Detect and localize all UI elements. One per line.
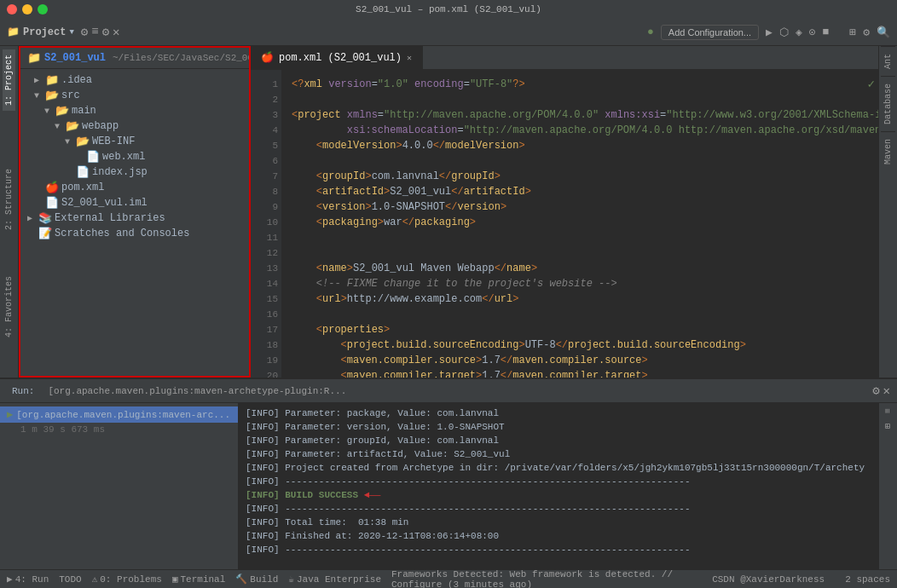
problems-status-item[interactable]: ⚠ 0: Problems [92, 574, 162, 585]
close-bottom-icon[interactable]: ✕ [883, 383, 890, 398]
close-button[interactable] [7, 4, 17, 14]
problems-label: 0: Problems [100, 574, 162, 585]
java-enterprise-label: Java Enterprise [297, 574, 381, 585]
run-status-icon: ▶ [7, 574, 13, 585]
watermark-label: CSDN @XavierDarkness [712, 574, 825, 585]
todo-status-label: TODO [59, 574, 81, 585]
todo-status-item[interactable]: TODO [59, 574, 81, 585]
bottom-v-tab-1[interactable]: ≡ [882, 403, 894, 418]
run-sidebar: ▶ [org.apache.maven.plugins:maven-arc...… [0, 403, 239, 569]
project-icon: 📁 [7, 26, 20, 38]
tree-label-idea: .idea [61, 74, 249, 86]
settings-icon[interactable]: ⚙ [81, 25, 88, 39]
filter-icon[interactable]: ≡ [91, 25, 98, 39]
right-info: 2 spaces [845, 574, 890, 585]
tab-label-pomxml: pom.xml (S2_001_vul) [279, 52, 402, 64]
build-label: Build [250, 574, 278, 585]
run-output[interactable]: [INFO] Parameter: package, Value: com.la… [239, 403, 878, 569]
stop-icon[interactable]: ■ [823, 26, 830, 38]
folder-webinf-icon: 📂 [76, 135, 90, 148]
add-configuration-button[interactable]: Add Configuration... [661, 25, 759, 40]
arrow-down-src-icon: ▼ [34, 91, 43, 101]
build-icon: 🔨 [235, 574, 247, 585]
project-root-label[interactable]: S2_001_vul [44, 52, 106, 64]
run-output-line-1: [INFO] Parameter: package, Value: com.la… [246, 406, 871, 420]
arrow-down-webapp-icon: ▼ [55, 122, 63, 131]
tree-item-scratches[interactable]: 📝 Scratches and Consoles [20, 226, 249, 241]
profile-icon[interactable]: ⊙ [809, 26, 816, 39]
tree-item-main[interactable]: ▼ 📂 main [20, 103, 249, 118]
code-line-10: <packaging>war</packaging> [292, 215, 868, 230]
run-output-line-4: [INFO] Parameter: artifactId, Value: S2_… [246, 447, 871, 461]
tree-item-extlib[interactable]: ▶ 📚 External Libraries [20, 210, 249, 226]
tree-item-indexjsp[interactable]: 📄 index.jsp [20, 164, 249, 180]
code-line-9: <version>1.0-SNAPSHOT</version> [292, 199, 868, 215]
close-icon[interactable]: ✕ [113, 25, 119, 39]
right-info-label: 2 spaces [845, 574, 890, 585]
tree-item-pomxml[interactable]: 🍎 pom.xml [20, 180, 249, 195]
code-line-17: <properties> [292, 322, 868, 337]
file-jsp-icon: 📄 [76, 165, 90, 179]
code-line-3: <project xmlns="http://maven.apache.org/… [292, 107, 868, 123]
tree-item-webxml[interactable]: 📄 web.xml [20, 149, 249, 164]
ant-tab[interactable]: Ant [881, 46, 895, 76]
editor-tab-pomxml[interactable]: 🍎 pom.xml (S2_001_vul) ✕ [251, 46, 423, 69]
gear-icon[interactable]: ⚙ [102, 25, 109, 39]
editor-tabs: 🍎 pom.xml (S2_001_vul) ✕ [251, 46, 878, 70]
run-output-line-10: [INFO] Finished at: 2020-12-11T08:06:14+… [246, 529, 871, 543]
bottom-v-tab-2[interactable]: ⊞ [882, 418, 894, 434]
database-tab[interactable]: Database [881, 76, 895, 131]
debug-run-icon[interactable]: ⬡ [779, 26, 789, 39]
maven-tab[interactable]: Maven [881, 131, 895, 171]
run-task-item[interactable]: ▶ [org.apache.maven.plugins:maven-arc... [0, 406, 238, 423]
run-time-label: 1 m 39 s 673 ms [20, 424, 105, 435]
maximize-button[interactable] [38, 4, 48, 14]
tab-close-icon[interactable]: ✕ [407, 53, 412, 63]
code-line-19: <maven.compiler.source>1.7</maven.compil… [292, 353, 868, 368]
terminal-status-item[interactable]: ▣ Terminal [172, 574, 225, 585]
coverage-icon[interactable]: ◈ [796, 26, 802, 39]
code-line-7: <groupId>com.lanvnal</groupId> [292, 169, 868, 184]
run-success-icon: ▶ [7, 408, 13, 421]
code-line-6 [292, 153, 868, 169]
run-label: Run: [7, 384, 39, 398]
sidebar-item-favorites[interactable]: 4: Favorites [3, 271, 15, 343]
build-status-item[interactable]: 🔨 Build [235, 574, 278, 585]
tree-item-webinf[interactable]: ▼ 📂 WEB-INF [20, 134, 249, 149]
play-icon[interactable]: ▶ [766, 26, 773, 39]
project-structure-icon[interactable]: ⊞ [849, 26, 856, 39]
run-status-label: 4: Run [15, 574, 49, 585]
tree-label-indexjsp: index.jsp [92, 166, 249, 178]
minimize-button[interactable] [22, 4, 32, 14]
right-panel-tabs: Ant Database Maven [878, 46, 897, 378]
toolbar-icons: ⚙ ≡ ⚙ ✕ [81, 25, 120, 39]
folder-src-icon: 📂 [45, 89, 59, 102]
settings-bottom-icon[interactable]: ⚙ [872, 383, 879, 398]
arrow-right-extlib-icon: ▶ [27, 213, 36, 223]
run-status-item[interactable]: ▶ 4: Run [7, 574, 49, 585]
tree-item-webapp[interactable]: ▼ 📂 webapp [20, 118, 249, 134]
java-enterprise-status-item[interactable]: ☕ Java Enterprise [288, 574, 381, 585]
run-task-time: 1 m 39 s 673 ms [0, 423, 238, 436]
tree-item-idea[interactable]: ▶ 📁 .idea [20, 72, 249, 88]
tree-item-src[interactable]: ▼ 📂 src [20, 88, 249, 103]
arrow-down-webinf-icon: ▼ [65, 137, 73, 147]
folder-icon: 📁 [27, 51, 41, 65]
status-message-text: Frameworks Detected: Web framework is de… [391, 569, 673, 589]
tree-item-iml[interactable]: 📄 S2_001_vul.iml [20, 195, 249, 210]
sidebar-item-structure[interactable]: 2: Structure [3, 164, 15, 235]
code-line-4: xsi:schemaLocation="http://maven.apache.… [292, 123, 868, 138]
sidebar-item-project[interactable]: 1: Project [3, 49, 15, 111]
tree-label-main: main [72, 105, 249, 117]
toolbar-project-label[interactable]: Project [23, 26, 66, 38]
settings-main-icon[interactable]: ⚙ [863, 26, 870, 39]
run-output-line-3: [INFO] Parameter: groupId, Value: com.la… [246, 434, 871, 447]
code-content[interactable]: <?xml version="1.0" encoding="UTF-8"?> <… [281, 70, 878, 378]
bottom-panel: Run: [org.apache.maven.plugins:maven-arc… [0, 378, 897, 569]
code-line-2 [292, 92, 868, 107]
java-icon: ☕ [288, 574, 294, 585]
run-output-line-11: [INFO] ---------------------------------… [246, 543, 871, 556]
code-line-5: <modelVersion>4.0.0</modelVersion> [292, 138, 868, 153]
bottom-tabs-bar: Run: [org.apache.maven.plugins:maven-arc… [0, 379, 897, 403]
search-everywhere-icon[interactable]: 🔍 [877, 26, 890, 39]
